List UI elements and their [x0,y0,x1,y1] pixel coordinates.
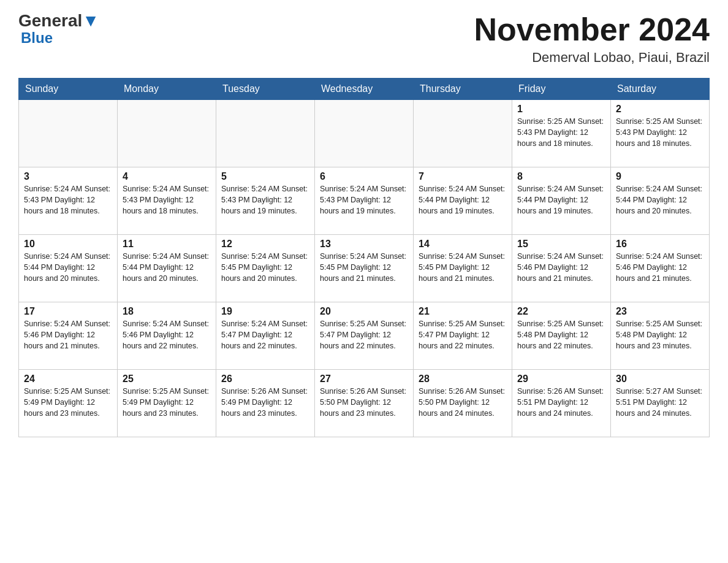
day-info: Sunrise: 5:25 AM Sunset: 5:43 PM Dayligh… [616,116,704,149]
day-info: Sunrise: 5:24 AM Sunset: 5:43 PM Dayligh… [123,183,211,216]
day-info: Sunrise: 5:25 AM Sunset: 5:47 PM Dayligh… [419,318,507,351]
calendar-cell: 17Sunrise: 5:24 AM Sunset: 5:46 PM Dayli… [19,302,118,370]
day-number: 3 [24,171,112,182]
day-info: Sunrise: 5:24 AM Sunset: 5:44 PM Dayligh… [419,183,507,216]
day-number: 7 [419,171,507,182]
day-info: Sunrise: 5:24 AM Sunset: 5:46 PM Dayligh… [517,251,605,284]
calendar-cell: 11Sunrise: 5:24 AM Sunset: 5:44 PM Dayli… [118,235,216,302]
day-number: 5 [221,171,309,182]
calendar-cell [216,100,315,167]
day-number: 30 [616,373,704,385]
day-number: 14 [419,239,507,250]
day-info: Sunrise: 5:24 AM Sunset: 5:45 PM Dayligh… [320,251,408,284]
calendar-cell: 28Sunrise: 5:26 AM Sunset: 5:50 PM Dayli… [414,370,512,437]
calendar-cell: 24Sunrise: 5:25 AM Sunset: 5:49 PM Dayli… [19,370,118,437]
day-of-week-tuesday: Tuesday [216,79,315,100]
calendar-cell: 10Sunrise: 5:24 AM Sunset: 5:44 PM Dayli… [19,235,118,302]
page-header: General▼ Blue November 2024 Demerval Lob… [18,12,710,66]
calendar-cell: 6Sunrise: 5:24 AM Sunset: 5:43 PM Daylig… [315,167,414,235]
week-row-4: 17Sunrise: 5:24 AM Sunset: 5:46 PM Dayli… [19,302,710,370]
day-info: Sunrise: 5:25 AM Sunset: 5:49 PM Dayligh… [24,386,112,419]
day-number: 22 [517,306,605,317]
day-number: 29 [517,373,605,385]
day-info: Sunrise: 5:24 AM Sunset: 5:46 PM Dayligh… [24,318,112,351]
day-number: 1 [517,104,605,115]
calendar-cell: 23Sunrise: 5:25 AM Sunset: 5:48 PM Dayli… [611,302,710,370]
day-number: 4 [123,171,211,182]
day-info: Sunrise: 5:25 AM Sunset: 5:48 PM Dayligh… [517,318,605,351]
day-number: 11 [123,239,211,250]
day-of-week-thursday: Thursday [414,79,512,100]
day-info: Sunrise: 5:24 AM Sunset: 5:44 PM Dayligh… [24,251,112,284]
day-info: Sunrise: 5:26 AM Sunset: 5:50 PM Dayligh… [320,386,408,419]
calendar-body: 1Sunrise: 5:25 AM Sunset: 5:43 PM Daylig… [19,100,710,437]
day-number: 21 [419,306,507,317]
day-info: Sunrise: 5:24 AM Sunset: 5:45 PM Dayligh… [221,251,309,284]
day-number: 8 [517,171,605,182]
day-of-week-saturday: Saturday [611,79,710,100]
day-number: 25 [123,373,211,385]
day-info: Sunrise: 5:24 AM Sunset: 5:43 PM Dayligh… [24,183,112,216]
title-block: November 2024 Demerval Lobao, Piaui, Bra… [474,12,710,66]
day-number: 6 [320,171,408,182]
day-number: 9 [616,171,704,182]
calendar-cell: 27Sunrise: 5:26 AM Sunset: 5:50 PM Dayli… [315,370,414,437]
calendar-cell: 18Sunrise: 5:24 AM Sunset: 5:46 PM Dayli… [118,302,216,370]
calendar-cell: 2Sunrise: 5:25 AM Sunset: 5:43 PM Daylig… [611,100,710,167]
days-of-week-row: SundayMondayTuesdayWednesdayThursdayFrid… [19,79,710,100]
day-info: Sunrise: 5:25 AM Sunset: 5:48 PM Dayligh… [616,318,704,351]
week-row-2: 3Sunrise: 5:24 AM Sunset: 5:43 PM Daylig… [19,167,710,235]
day-info: Sunrise: 5:25 AM Sunset: 5:49 PM Dayligh… [123,386,211,419]
calendar-cell [315,100,414,167]
day-number: 17 [24,306,112,317]
calendar-header: SundayMondayTuesdayWednesdayThursdayFrid… [19,79,710,100]
month-title: November 2024 [474,12,710,47]
calendar-cell: 7Sunrise: 5:24 AM Sunset: 5:44 PM Daylig… [414,167,512,235]
day-info: Sunrise: 5:24 AM Sunset: 5:43 PM Dayligh… [320,183,408,216]
day-number: 16 [616,239,704,250]
day-number: 28 [419,373,507,385]
calendar-cell: 9Sunrise: 5:24 AM Sunset: 5:44 PM Daylig… [611,167,710,235]
location-title: Demerval Lobao, Piaui, Brazil [474,50,710,66]
day-number: 27 [320,373,408,385]
day-info: Sunrise: 5:26 AM Sunset: 5:51 PM Dayligh… [517,386,605,419]
day-number: 20 [320,306,408,317]
day-number: 13 [320,239,408,250]
calendar-cell: 16Sunrise: 5:24 AM Sunset: 5:46 PM Dayli… [611,235,710,302]
logo: General▼ Blue [18,12,99,45]
calendar-cell: 12Sunrise: 5:24 AM Sunset: 5:45 PM Dayli… [216,235,315,302]
day-number: 18 [123,306,211,317]
calendar-cell [118,100,216,167]
day-info: Sunrise: 5:24 AM Sunset: 5:43 PM Dayligh… [221,183,309,216]
logo-triangle-icon: ▼ [82,11,99,30]
day-info: Sunrise: 5:24 AM Sunset: 5:44 PM Dayligh… [616,183,704,216]
day-info: Sunrise: 5:26 AM Sunset: 5:50 PM Dayligh… [419,386,507,419]
week-row-1: 1Sunrise: 5:25 AM Sunset: 5:43 PM Daylig… [19,100,710,167]
day-of-week-wednesday: Wednesday [315,79,414,100]
calendar-cell: 25Sunrise: 5:25 AM Sunset: 5:49 PM Dayli… [118,370,216,437]
calendar-cell: 5Sunrise: 5:24 AM Sunset: 5:43 PM Daylig… [216,167,315,235]
calendar-cell: 29Sunrise: 5:26 AM Sunset: 5:51 PM Dayli… [512,370,611,437]
day-info: Sunrise: 5:25 AM Sunset: 5:47 PM Dayligh… [320,318,408,351]
logo-blue: Blue [18,31,53,45]
day-of-week-monday: Monday [118,79,216,100]
day-number: 23 [616,306,704,317]
day-number: 12 [221,239,309,250]
day-info: Sunrise: 5:27 AM Sunset: 5:51 PM Dayligh… [616,386,704,419]
calendar-cell: 21Sunrise: 5:25 AM Sunset: 5:47 PM Dayli… [414,302,512,370]
week-row-3: 10Sunrise: 5:24 AM Sunset: 5:44 PM Dayli… [19,235,710,302]
day-of-week-sunday: Sunday [19,79,118,100]
day-info: Sunrise: 5:24 AM Sunset: 5:46 PM Dayligh… [616,251,704,284]
week-row-5: 24Sunrise: 5:25 AM Sunset: 5:49 PM Dayli… [19,370,710,437]
day-number: 19 [221,306,309,317]
calendar-cell: 22Sunrise: 5:25 AM Sunset: 5:48 PM Dayli… [512,302,611,370]
calendar-cell: 30Sunrise: 5:27 AM Sunset: 5:51 PM Dayli… [611,370,710,437]
day-info: Sunrise: 5:24 AM Sunset: 5:44 PM Dayligh… [123,251,211,284]
day-info: Sunrise: 5:25 AM Sunset: 5:43 PM Dayligh… [517,116,605,149]
calendar-cell: 26Sunrise: 5:26 AM Sunset: 5:49 PM Dayli… [216,370,315,437]
day-number: 10 [24,239,112,250]
day-info: Sunrise: 5:26 AM Sunset: 5:49 PM Dayligh… [221,386,309,419]
calendar-cell [414,100,512,167]
calendar-cell: 14Sunrise: 5:24 AM Sunset: 5:45 PM Dayli… [414,235,512,302]
day-info: Sunrise: 5:24 AM Sunset: 5:46 PM Dayligh… [123,318,211,351]
